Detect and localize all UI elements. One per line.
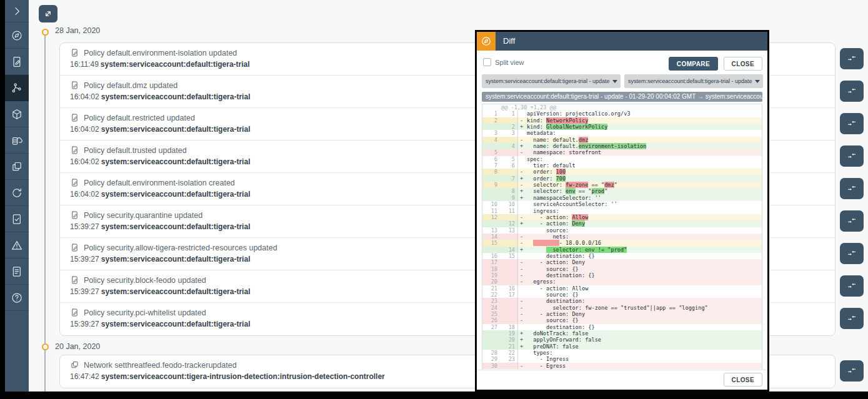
event-account: system:serviceaccount:tigera-intrusion-d… [101, 372, 385, 381]
sidebar-item-alerts[interactable] [5, 232, 29, 259]
diff-modal-footer: CLOSE [477, 370, 767, 390]
sidebar [5, 0, 29, 392]
compare-button[interactable]: COMPARE [669, 57, 718, 71]
event-account: system:serviceaccount:default:tigera-tri… [101, 92, 251, 101]
compare-arrows-icon [846, 53, 857, 64]
open-diff-button[interactable] [840, 113, 864, 134]
diff-line: 23- destination: [482, 298, 762, 304]
diff-line: 14+ selector: env != "prod" [482, 247, 762, 253]
open-diff-button[interactable] [840, 275, 864, 297]
compare-arrows-icon [846, 150, 857, 162]
event-time: 15:39:27 [70, 222, 99, 231]
doc-edit-icon [70, 275, 79, 285]
diff-line: 26- source: {} [482, 317, 762, 323]
open-diff-button[interactable] [840, 145, 864, 167]
sidebar-item-sync[interactable] [5, 180, 29, 206]
doc-edit-icon [70, 48, 79, 57]
compare-arrows-icon [846, 215, 857, 227]
event-time: 15:39:27 [70, 255, 99, 264]
event-account: system:serviceaccount:default:tigera-tri… [101, 287, 251, 296]
open-diff-button[interactable] [840, 81, 864, 102]
compare-arrows-icon [846, 86, 857, 97]
diff-modal-header: Diff [477, 32, 767, 51]
diff-line: 8- order: 100 [482, 169, 762, 175]
open-diff-button[interactable] [840, 308, 864, 329]
sidebar-item-dashboard[interactable] [5, 22, 29, 49]
help-icon [11, 292, 23, 304]
compare-arrows-icon [846, 248, 857, 259]
diff-line: 19+ doNotTrack: false [482, 330, 762, 337]
doc-edit-icon [70, 243, 79, 252]
expand-timeline-button[interactable] [39, 5, 57, 22]
sidebar-item-reports[interactable] [5, 259, 29, 285]
close-button-top[interactable]: CLOSE [724, 57, 762, 71]
timeline-date-header: 28 Jan, 2020 [55, 26, 100, 35]
sidebar-item-storage[interactable] [5, 127, 29, 154]
diff-line: 65spec: [482, 156, 762, 162]
timeline-date-dot [42, 29, 49, 36]
event-account: system:serviceaccount:default:tigera-tri… [101, 190, 251, 199]
event-time: 16:47:42 [70, 372, 99, 381]
diff-line: 2217 source: {} [482, 292, 762, 298]
diff-line: 9- selector: fw-zone == "dmz" [482, 182, 762, 188]
warning-icon [11, 239, 23, 252]
event-account: system:serviceaccount:default:tigera-tri… [101, 157, 251, 166]
open-diff-button[interactable] [840, 243, 864, 264]
sidebar-item-flow-visualizations[interactable] [5, 75, 29, 101]
sidebar-item-expand-sidebar[interactable] [5, 0, 29, 22]
compare-arrows-icon [846, 365, 857, 377]
diff-line: 2+kind: GlobalNetworkPolicy [482, 124, 762, 130]
sidebar-item-compliance[interactable] [5, 206, 29, 232]
sidebar-item-policies[interactable] [5, 49, 29, 75]
diff-table: @@ -1,30 +1,23 @@11apiVersion: projectca… [482, 104, 762, 370]
diff-line: 4+ name: default.environment-isolation [482, 143, 762, 149]
compare-arrows-icon [846, 313, 857, 324]
diff-line: 9+ namespaceSelector: '' [482, 195, 762, 201]
window-frame-left [0, 0, 5, 399]
event-time: 16:04:02 [70, 190, 99, 199]
layers-icon [11, 160, 23, 173]
diff-line: 2923 - Ingress [482, 356, 762, 362]
left-version-label: system:serviceaccount:default:tigera-tri… [486, 78, 611, 84]
sidebar-item-resources[interactable] [5, 154, 29, 180]
split-view-label: Split view [495, 59, 524, 66]
event-time: 16:11:49 [70, 60, 99, 69]
report-list-icon [11, 265, 23, 278]
diff-line: 76 tier: default [482, 162, 762, 169]
diff-line: 1111 ingress: [482, 208, 762, 214]
doc-edit-icon [11, 56, 23, 68]
diff-line: 12+ - action: Deny [482, 220, 762, 227]
app-root: 28 Jan, 2020Policy default.environment-i… [0, 0, 868, 399]
compare-arrows-icon [846, 183, 857, 194]
close-button-bottom[interactable]: CLOSE [724, 373, 762, 387]
doc-check-icon [11, 213, 23, 225]
diff-line: 1313 source: [482, 227, 762, 234]
diff-line: 18- source: {} [482, 266, 762, 272]
right-version-select[interactable]: system:serviceaccount:default:tigera-tri… [624, 74, 763, 88]
left-version-select[interactable]: system:serviceaccount:default:tigera-tri… [482, 74, 621, 88]
diff-line: 20+ applyOnForward: false [482, 337, 762, 343]
split-view-checkbox[interactable] [483, 58, 491, 66]
event-account: system:serviceaccount:default:tigera-tri… [101, 125, 251, 134]
event-account: system:serviceaccount:default:tigera-tri… [101, 60, 250, 69]
diff-line: 17- - action: Deny [482, 259, 762, 265]
timeline-line [44, 31, 46, 392]
diff-line: 14- nets: [482, 234, 762, 240]
compass-logo-icon [477, 32, 496, 51]
compass-icon [11, 29, 23, 42]
diff-line: 2822 types: [482, 350, 762, 356]
diff-line: 20- egress: [482, 278, 762, 285]
open-diff-button[interactable] [840, 360, 864, 382]
timeline-date-header: 20 Jan, 2020 [55, 342, 100, 351]
diff-line: 25- - action: Deny [482, 311, 762, 317]
cube-icon [11, 108, 23, 121]
open-diff-button[interactable] [840, 178, 864, 199]
diff-line: 33metadata: [482, 130, 762, 136]
open-diff-button[interactable] [840, 48, 864, 69]
diff-line: 1615 destination: {} [482, 253, 762, 259]
sidebar-item-help[interactable] [5, 285, 29, 311]
open-diff-button[interactable] [840, 210, 864, 232]
doc-edit-icon [70, 308, 79, 317]
diff-modal: Diff Split view COMPARE CLOSE system:ser… [475, 30, 769, 392]
sidebar-item-kubernetes[interactable] [5, 101, 29, 127]
